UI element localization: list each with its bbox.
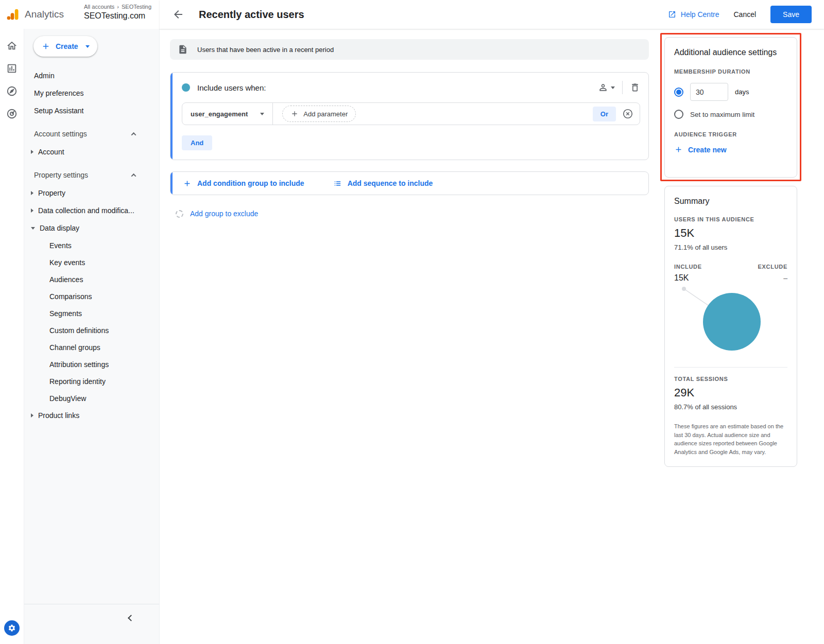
reports-icon[interactable] <box>6 63 18 74</box>
admin-settings-button[interactable] <box>4 620 20 636</box>
add-condition-group-button[interactable]: Add condition group to include <box>183 179 304 188</box>
sidebar-item-attribution-settings[interactable]: Attribution settings <box>24 356 159 373</box>
back-arrow-icon[interactable] <box>172 8 184 21</box>
include-value: 15K <box>674 273 689 283</box>
audience-description-banner: Users that have been active in a recent … <box>170 39 649 60</box>
sidebar-item-events[interactable]: Events <box>24 237 159 254</box>
collapse-sidebar-icon[interactable] <box>128 615 134 621</box>
caret-down-icon <box>31 227 35 230</box>
audience-description: Users that have been active in a recent … <box>197 46 334 54</box>
plus-icon <box>674 145 683 154</box>
property-name[interactable]: SEOTesting.com <box>84 11 151 21</box>
help-centre-label: Help Centre <box>681 10 719 19</box>
header-actions: Help Centre Cancel Save <box>668 6 812 23</box>
or-button[interactable]: Or <box>593 107 616 121</box>
estimate-disclaimer: These figures are an estimate based on t… <box>674 422 787 456</box>
sidebar-item-audiences[interactable]: Audiences <box>24 271 159 288</box>
duration-row: days <box>674 83 787 101</box>
delete-group-button[interactable] <box>630 82 640 93</box>
sidebar-item-property[interactable]: Property <box>24 184 159 202</box>
sidebar-item-admin[interactable]: Admin <box>24 67 159 84</box>
include-group-card: Include users when: <box>170 72 649 160</box>
advertising-icon[interactable] <box>6 108 18 119</box>
dashed-circle-icon <box>176 210 183 218</box>
sessions-percentage: 80.7% of all sessions <box>674 403 787 411</box>
breadcrumb-path: All accounts › SEOTesting <box>84 4 151 10</box>
main-content: Users that have been active in a recent … <box>160 29 824 644</box>
remove-condition-button[interactable] <box>622 108 633 119</box>
plus-icon <box>183 179 192 188</box>
duration-unit: days <box>735 88 749 96</box>
sidebar-item-data-display[interactable]: Data display <box>24 219 159 237</box>
help-centre-link[interactable]: Help Centre <box>668 10 719 19</box>
sidebar-item-key-events[interactable]: Key events <box>24 254 159 271</box>
divider <box>622 81 623 94</box>
external-link-icon <box>668 10 676 19</box>
exclude-value: – <box>783 274 787 282</box>
sidebar-item-reporting-identity[interactable]: Reporting identity <box>24 373 159 390</box>
total-sessions-value: 29K <box>674 386 787 399</box>
caret-right-icon <box>31 150 33 154</box>
chevron-up-icon <box>131 173 136 178</box>
total-sessions-label: TOTAL SESSIONS <box>674 376 787 382</box>
sidebar-item-debugview[interactable]: DebugView <box>24 390 159 407</box>
section-property-settings[interactable]: Property settings <box>24 166 159 184</box>
create-label: Create <box>56 42 78 50</box>
add-group-to-exclude-button[interactable]: Add group to exclude <box>170 210 649 218</box>
users-percentage: 71.1% of all users <box>674 243 787 251</box>
analytics-logo-icon <box>6 8 20 21</box>
right-column: Additional audience settings MEMBERSHIP … <box>664 37 797 467</box>
breadcrumb[interactable]: All accounts › SEOTesting SEOTesting.com <box>84 4 151 21</box>
chevron-down-icon <box>85 45 90 48</box>
brand-name: Analytics <box>25 9 64 20</box>
brand[interactable]: Analytics <box>6 0 64 29</box>
sidebar-item-data-collection[interactable]: Data collection and modifica... <box>24 202 159 219</box>
chevron-down-icon <box>611 86 615 89</box>
add-sequence-button[interactable]: Add sequence to include <box>333 179 433 188</box>
sidebar-item-product-links[interactable]: Product links <box>24 407 159 424</box>
include-exclude-header: INCLUDE EXCLUDE <box>674 264 787 270</box>
add-parameter-button[interactable]: Add parameter <box>282 106 356 122</box>
include-exclude-values: 15K – <box>674 273 787 283</box>
page-title: Recently active users <box>199 9 304 21</box>
users-in-audience-value: 15K <box>674 227 787 240</box>
remove-circle-icon <box>622 108 633 119</box>
audience-size-bubble-chart <box>674 284 788 361</box>
cancel-button[interactable]: Cancel <box>733 10 756 19</box>
sidebar-item-setup-assistant[interactable]: Setup Assistant <box>24 102 159 119</box>
sidebar-item-comparisons[interactable]: Comparisons <box>24 288 159 305</box>
section-account-settings[interactable]: Account settings <box>24 125 159 143</box>
icon-rail <box>0 29 24 644</box>
condition-dropdown[interactable]: user_engagement <box>182 103 273 125</box>
breadcrumb-root: All accounts <box>84 4 114 10</box>
condition-row: user_engagement Add parameter Or <box>182 102 640 125</box>
sidebar-item-custom-definitions[interactable]: Custom definitions <box>24 322 159 339</box>
sidebar-footer <box>24 604 159 644</box>
plus-icon <box>41 42 50 51</box>
summary-panel: Summary USERS IN THIS AUDIENCE 15K 71.1%… <box>664 186 797 467</box>
create-new-trigger-button[interactable]: Create new <box>674 145 787 154</box>
home-icon[interactable] <box>6 40 18 51</box>
duration-input[interactable] <box>690 83 728 101</box>
sidebar-item-channel-groups[interactable]: Channel groups <box>24 339 159 356</box>
scoping-dropdown-button[interactable] <box>598 82 615 93</box>
and-button[interactable]: And <box>182 135 212 150</box>
chevron-up-icon <box>131 132 136 137</box>
caret-right-icon <box>31 191 33 195</box>
membership-duration-label: MEMBERSHIP DURATION <box>674 68 787 75</box>
save-button[interactable]: Save <box>770 6 812 23</box>
include-group-header: Include users when: <box>170 73 648 102</box>
breadcrumb-separator: › <box>117 4 119 10</box>
audience-builder: Users that have been active in a recent … <box>170 39 649 218</box>
breadcrumb-account: SEOTesting <box>122 4 151 10</box>
sidebar-item-account[interactable]: Account <box>24 143 159 161</box>
max-limit-radio[interactable] <box>674 110 683 119</box>
plus-icon <box>290 110 299 118</box>
explore-icon[interactable] <box>6 85 18 97</box>
duration-days-radio[interactable] <box>674 88 683 97</box>
group-actions <box>598 81 640 94</box>
sidebar-item-segments[interactable]: Segments <box>24 305 159 322</box>
create-button[interactable]: Create <box>33 36 97 57</box>
sidebar-item-my-preferences[interactable]: My preferences <box>24 84 159 102</box>
document-icon <box>178 44 188 55</box>
